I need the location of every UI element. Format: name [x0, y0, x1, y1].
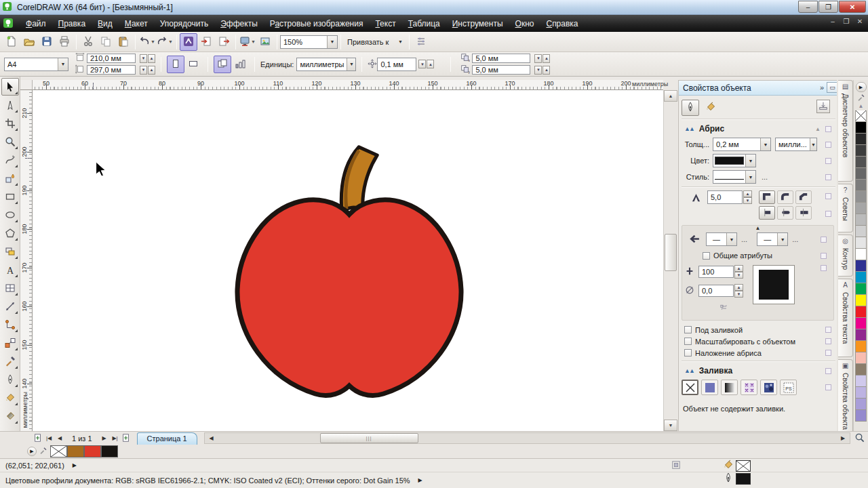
cap-round-button[interactable]: [777, 206, 793, 220]
vertical-scroll-thumb[interactable]: [665, 234, 677, 271]
export-button[interactable]: [215, 33, 233, 51]
crop-tool[interactable]: [1, 115, 19, 132]
ruler-origin-corner[interactable]: [20, 80, 33, 90]
menu-справка[interactable]: Справка: [540, 16, 584, 31]
share-attributes-checkbox[interactable]: [703, 252, 710, 260]
palette-color-f8bdb0[interactable]: [855, 352, 867, 364]
duplicate-x-spinner[interactable]: ▼▲: [534, 54, 550, 63]
open-button[interactable]: [20, 33, 38, 51]
palette-color-d0d0d0[interactable]: [855, 226, 867, 237]
table-tool[interactable]: [1, 279, 19, 297]
page-height-spinner[interactable]: ▼▲: [139, 66, 155, 75]
landscape-button[interactable]: [184, 56, 202, 73]
next-page-button[interactable]: ▶: [99, 433, 110, 444]
menu-растровые-изображения[interactable]: Растровые изображения: [264, 16, 370, 31]
smart-fill-tool[interactable]: [1, 169, 19, 187]
outline-color-combo[interactable]: ▼: [713, 154, 756, 167]
close-button[interactable]: ✕: [839, 1, 866, 13]
menu-файл[interactable]: Файл: [20, 16, 52, 31]
page-preset-combo[interactable]: A4▼: [4, 58, 68, 71]
palette-color-676767[interactable]: [855, 168, 867, 180]
search-content-button[interactable]: [180, 33, 197, 51]
ellipse-tool[interactable]: [1, 206, 19, 224]
fill-rel-box[interactable]: [825, 368, 831, 374]
vertical-ruler[interactable]: 210200190180170160150140миллиметры: [20, 90, 33, 431]
undo-button[interactable]: ▼: [138, 33, 156, 51]
behind-fill-checkbox[interactable]: [684, 326, 692, 333]
color-rel-box[interactable]: [825, 158, 831, 164]
docker-tab-свойства-объекта[interactable]: ▣Свойства объекта: [838, 359, 853, 434]
print-button[interactable]: [56, 33, 73, 51]
menu-вид[interactable]: Вид: [92, 16, 119, 31]
docker-tab-контур[interactable]: ◎Контур: [838, 235, 853, 277]
corner-bevel-button[interactable]: [795, 190, 812, 204]
page-width-spinner[interactable]: ▼▲: [139, 54, 155, 63]
zoom-fit-button[interactable]: [852, 432, 867, 445]
palette-color-fff200[interactable]: [855, 295, 867, 306]
scale-with-object-checkbox[interactable]: [684, 338, 692, 345]
horizontal-ruler[interactable]: 5060708090100110120130140150160170180190…: [33, 80, 663, 90]
arrowhead-start-more[interactable]: ...: [741, 235, 747, 243]
palette-flyout-button[interactable]: ▶: [856, 82, 867, 92]
fill-tab-button[interactable]: [702, 100, 719, 116]
default-arrow-icon[interactable]: [720, 303, 743, 313]
palette-color-f7941d[interactable]: [855, 341, 867, 352]
welcome-screen-button[interactable]: [256, 33, 274, 51]
docker-tab-диспетчер-объектов[interactable]: ▤Диспетчер объектов: [838, 80, 853, 182]
scroll-right-button[interactable]: ▶: [837, 433, 848, 444]
scroll-down-button[interactable]: ▼: [664, 420, 677, 431]
docker-tab-свойства-текста[interactable]: AСвойства текста: [838, 279, 853, 357]
copy-button[interactable]: [97, 33, 115, 51]
zoom-tool[interactable]: [1, 133, 19, 150]
palette-color-91278f[interactable]: [855, 329, 867, 341]
page-height-field[interactable]: 297,0 мм: [87, 65, 136, 75]
options-button[interactable]: [412, 33, 430, 51]
doc-restore-button[interactable]: ❐: [842, 18, 850, 25]
drawing-canvas[interactable]: [33, 90, 663, 431]
cap-butt-button[interactable]: [759, 206, 775, 220]
stretch-spinner[interactable]: ▲▼: [734, 265, 743, 279]
menu-правка[interactable]: Правка: [52, 16, 92, 31]
docker-expand-icon[interactable]: »: [820, 83, 824, 92]
duplicate-y-field[interactable]: 5,0 мм: [472, 65, 530, 75]
outline-tab-button[interactable]: [682, 100, 699, 116]
postscript-fill-button[interactable]: PS: [780, 380, 797, 395]
document-palette-flyout[interactable]: ▶: [27, 447, 37, 456]
palette-color-00a651[interactable]: [855, 283, 867, 295]
corner-round-button[interactable]: [777, 190, 793, 204]
pattern-fill-button[interactable]: [741, 380, 757, 395]
palette-no-color[interactable]: [855, 110, 867, 122]
import-button[interactable]: [197, 33, 215, 51]
fountain-fill-button[interactable]: [721, 380, 738, 395]
fill-type-rel-box[interactable]: [825, 384, 831, 390]
overprint-outline-checkbox[interactable]: [684, 349, 692, 357]
palette-color-ed1c24[interactable]: [855, 306, 867, 318]
overprint-rel-box[interactable]: [825, 350, 831, 356]
palette-color-525252[interactable]: [855, 157, 867, 168]
arrowhead-rel-box[interactable]: [821, 237, 827, 243]
snap-to-dropdown[interactable]: Привязать к▼: [344, 35, 406, 49]
menu-таблица[interactable]: Таблица: [402, 16, 446, 31]
palette-eyedropper-icon[interactable]: [856, 93, 867, 102]
save-button[interactable]: [38, 33, 56, 51]
angle-field[interactable]: 0,0: [698, 285, 734, 297]
freehand-tool[interactable]: [1, 151, 19, 169]
fill-tool[interactable]: [1, 389, 19, 407]
add-page-button-left[interactable]: [33, 433, 43, 444]
palette-color-ffffff[interactable]: [855, 249, 867, 260]
menu-инструменты[interactable]: Инструменты: [446, 16, 509, 31]
profiles-flyout-icon[interactable]: ▶: [418, 477, 422, 483]
cap-square-button[interactable]: [795, 206, 812, 220]
behind-rel-box[interactable]: [825, 327, 831, 333]
doc-close-button[interactable]: ✕: [856, 18, 864, 25]
text-tool[interactable]: А: [1, 261, 19, 279]
cut-button[interactable]: [79, 33, 97, 51]
palette-color-000000[interactable]: [855, 122, 867, 134]
docker-tab-советы[interactable]: ?Советы: [838, 184, 853, 232]
stretch-field[interactable]: 100: [698, 266, 734, 278]
duplicate-x-field[interactable]: 5,0 мм: [472, 54, 530, 63]
duplicate-y-spinner[interactable]: ▼▲: [534, 66, 550, 75]
doc-palette-color-161310[interactable]: [101, 445, 118, 458]
palette-color-ec008c[interactable]: [855, 318, 867, 329]
palette-color-a6a6a6[interactable]: [855, 203, 867, 214]
